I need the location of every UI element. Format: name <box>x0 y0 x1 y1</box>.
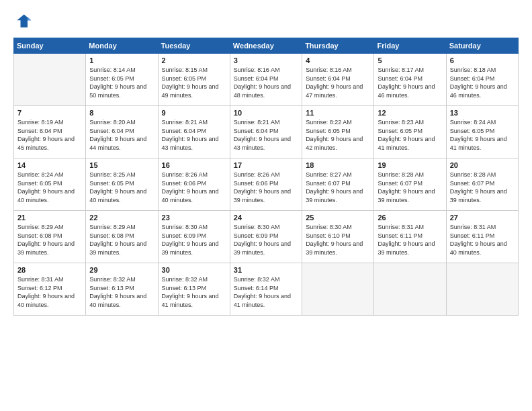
calendar-day-cell: 8Sunrise: 8:20 AMSunset: 6:04 PMDaylight… <box>86 106 158 158</box>
day-number: 5 <box>378 56 442 64</box>
day-number: 28 <box>17 266 82 274</box>
day-info: Sunrise: 8:32 AMSunset: 6:14 PMDaylight:… <box>234 275 298 309</box>
day-number: 8 <box>89 109 154 117</box>
day-number: 30 <box>162 266 226 274</box>
day-number: 25 <box>306 214 370 222</box>
day-info: Sunrise: 8:16 AMSunset: 6:04 PMDaylight:… <box>234 66 298 99</box>
header <box>13 12 519 31</box>
calendar-day-cell: 24Sunrise: 8:30 AMSunset: 6:09 PMDayligh… <box>230 211 302 263</box>
calendar-day-cell: 14Sunrise: 8:24 AMSunset: 6:05 PMDayligh… <box>14 158 86 211</box>
day-info: Sunrise: 8:16 AMSunset: 6:04 PMDaylight:… <box>306 66 370 99</box>
day-number: 12 <box>378 109 442 117</box>
day-number: 2 <box>162 56 226 64</box>
calendar-day-cell: 30Sunrise: 8:32 AMSunset: 6:13 PMDayligh… <box>158 263 230 316</box>
day-number: 27 <box>450 214 515 222</box>
calendar-day-cell: 26Sunrise: 8:31 AMSunset: 6:11 PMDayligh… <box>374 211 446 263</box>
day-number: 24 <box>234 214 298 222</box>
day-number: 23 <box>162 214 226 222</box>
day-info: Sunrise: 8:32 AMSunset: 6:13 PMDaylight:… <box>89 275 154 309</box>
calendar-day-cell: 7Sunrise: 8:19 AMSunset: 6:04 PMDaylight… <box>14 106 86 158</box>
calendar-day-cell: 11Sunrise: 8:22 AMSunset: 6:05 PMDayligh… <box>302 106 374 158</box>
day-number: 17 <box>234 161 298 169</box>
calendar-day-cell: 27Sunrise: 8:31 AMSunset: 6:11 PMDayligh… <box>446 211 518 263</box>
calendar-week-row: 14Sunrise: 8:24 AMSunset: 6:05 PMDayligh… <box>14 158 519 211</box>
calendar-day-cell <box>446 263 518 316</box>
day-number: 29 <box>89 266 154 274</box>
day-info: Sunrise: 8:26 AMSunset: 6:06 PMDaylight:… <box>162 171 226 204</box>
calendar-day-cell: 6Sunrise: 8:18 AMSunset: 6:04 PMDaylight… <box>446 54 518 106</box>
calendar-day-cell: 17Sunrise: 8:26 AMSunset: 6:06 PMDayligh… <box>230 158 302 211</box>
day-number: 3 <box>234 56 298 64</box>
day-number: 31 <box>234 266 298 274</box>
calendar-day-cell: 15Sunrise: 8:25 AMSunset: 6:05 PMDayligh… <box>86 158 158 211</box>
day-info: Sunrise: 8:27 AMSunset: 6:07 PMDaylight:… <box>306 171 370 204</box>
calendar-day-cell: 16Sunrise: 8:26 AMSunset: 6:06 PMDayligh… <box>158 158 230 211</box>
calendar-day-header: Sunday <box>14 38 86 54</box>
day-number: 16 <box>162 161 226 169</box>
calendar-day-header: Saturday <box>446 38 518 54</box>
svg-marker-0 <box>17 15 31 28</box>
calendar-day-header: Monday <box>86 38 158 54</box>
day-info: Sunrise: 8:23 AMSunset: 6:05 PMDaylight:… <box>378 118 442 152</box>
calendar-day-cell: 2Sunrise: 8:15 AMSunset: 6:05 PMDaylight… <box>158 54 230 106</box>
calendar-day-cell: 1Sunrise: 8:14 AMSunset: 6:05 PMDaylight… <box>86 54 158 106</box>
calendar-day-cell: 18Sunrise: 8:27 AMSunset: 6:07 PMDayligh… <box>302 158 374 211</box>
day-info: Sunrise: 8:30 AMSunset: 6:10 PMDaylight:… <box>306 223 370 257</box>
calendar-day-cell: 22Sunrise: 8:29 AMSunset: 6:08 PMDayligh… <box>86 211 158 263</box>
day-info: Sunrise: 8:17 AMSunset: 6:04 PMDaylight:… <box>378 66 442 99</box>
day-number: 4 <box>306 56 370 64</box>
day-info: Sunrise: 8:24 AMSunset: 6:05 PMDaylight:… <box>450 118 515 152</box>
calendar-day-header: Tuesday <box>158 38 230 54</box>
day-number: 13 <box>450 109 515 117</box>
day-number: 6 <box>450 56 515 64</box>
day-number: 7 <box>17 109 82 117</box>
day-info: Sunrise: 8:14 AMSunset: 6:05 PMDaylight:… <box>89 66 154 99</box>
calendar-day-cell: 12Sunrise: 8:23 AMSunset: 6:05 PMDayligh… <box>374 106 446 158</box>
calendar-day-cell <box>14 54 86 106</box>
page: SundayMondayTuesdayWednesdayThursdayFrid… <box>0 0 532 411</box>
calendar-week-row: 28Sunrise: 8:31 AMSunset: 6:12 PMDayligh… <box>14 263 519 316</box>
day-number: 10 <box>234 109 298 117</box>
calendar-day-cell: 9Sunrise: 8:21 AMSunset: 6:04 PMDaylight… <box>158 106 230 158</box>
calendar-table: SundayMondayTuesdayWednesdayThursdayFrid… <box>13 38 519 316</box>
day-number: 15 <box>89 161 154 169</box>
calendar-day-cell: 4Sunrise: 8:16 AMSunset: 6:04 PMDaylight… <box>302 54 374 106</box>
calendar-day-header: Wednesday <box>230 38 302 54</box>
day-number: 9 <box>162 109 226 117</box>
day-info: Sunrise: 8:19 AMSunset: 6:04 PMDaylight:… <box>17 118 82 152</box>
calendar-day-cell: 23Sunrise: 8:30 AMSunset: 6:09 PMDayligh… <box>158 211 230 263</box>
day-info: Sunrise: 8:28 AMSunset: 6:07 PMDaylight:… <box>450 171 515 204</box>
day-number: 20 <box>450 161 515 169</box>
calendar-day-header: Thursday <box>302 38 374 54</box>
day-info: Sunrise: 8:15 AMSunset: 6:05 PMDaylight:… <box>162 66 226 99</box>
day-info: Sunrise: 8:25 AMSunset: 6:05 PMDaylight:… <box>89 171 154 204</box>
calendar-day-cell: 25Sunrise: 8:30 AMSunset: 6:10 PMDayligh… <box>302 211 374 263</box>
calendar-day-cell: 13Sunrise: 8:24 AMSunset: 6:05 PMDayligh… <box>446 106 518 158</box>
calendar-day-cell: 5Sunrise: 8:17 AMSunset: 6:04 PMDaylight… <box>374 54 446 106</box>
logo <box>13 12 35 31</box>
calendar-day-cell: 21Sunrise: 8:29 AMSunset: 6:08 PMDayligh… <box>14 211 86 263</box>
calendar-day-cell: 31Sunrise: 8:32 AMSunset: 6:14 PMDayligh… <box>230 263 302 316</box>
day-info: Sunrise: 8:20 AMSunset: 6:04 PMDaylight:… <box>89 118 154 152</box>
calendar-day-cell: 10Sunrise: 8:21 AMSunset: 6:04 PMDayligh… <box>230 106 302 158</box>
day-info: Sunrise: 8:22 AMSunset: 6:05 PMDaylight:… <box>306 118 370 152</box>
day-number: 26 <box>378 214 442 222</box>
day-number: 21 <box>17 214 82 222</box>
logo-icon <box>13 12 32 31</box>
calendar-day-cell: 20Sunrise: 8:28 AMSunset: 6:07 PMDayligh… <box>446 158 518 211</box>
day-number: 11 <box>306 109 370 117</box>
day-info: Sunrise: 8:30 AMSunset: 6:09 PMDaylight:… <box>162 223 226 257</box>
calendar-day-cell: 3Sunrise: 8:16 AMSunset: 6:04 PMDaylight… <box>230 54 302 106</box>
day-info: Sunrise: 8:21 AMSunset: 6:04 PMDaylight:… <box>234 118 298 152</box>
day-info: Sunrise: 8:21 AMSunset: 6:04 PMDaylight:… <box>162 118 226 152</box>
calendar-week-row: 21Sunrise: 8:29 AMSunset: 6:08 PMDayligh… <box>14 211 519 263</box>
calendar-week-row: 1Sunrise: 8:14 AMSunset: 6:05 PMDaylight… <box>14 54 519 106</box>
day-number: 18 <box>306 161 370 169</box>
day-info: Sunrise: 8:26 AMSunset: 6:06 PMDaylight:… <box>234 171 298 204</box>
day-info: Sunrise: 8:28 AMSunset: 6:07 PMDaylight:… <box>378 171 442 204</box>
day-info: Sunrise: 8:18 AMSunset: 6:04 PMDaylight:… <box>450 66 515 99</box>
day-info: Sunrise: 8:32 AMSunset: 6:13 PMDaylight:… <box>162 275 226 309</box>
calendar-day-cell: 29Sunrise: 8:32 AMSunset: 6:13 PMDayligh… <box>86 263 158 316</box>
calendar-day-cell <box>302 263 374 316</box>
day-number: 22 <box>89 214 154 222</box>
